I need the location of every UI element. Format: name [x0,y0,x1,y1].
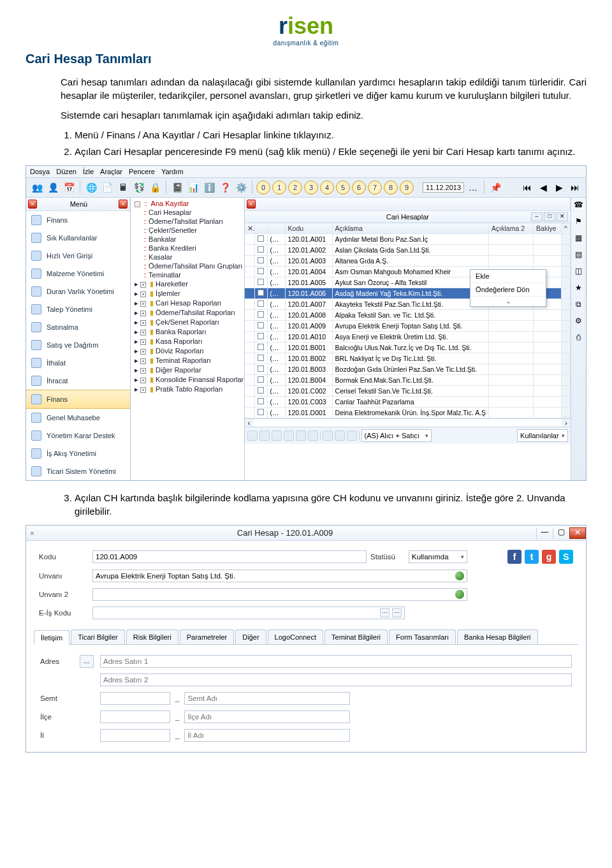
grid-tab-close-icon[interactable]: × [247,200,256,209]
row-checkbox[interactable] [258,279,264,285]
sidebar-item-11[interactable]: Genel Muhasebe [26,409,130,427]
expand-icon[interactable]: + [140,311,146,316]
strip-print-icon[interactable]: ⎙ [574,333,584,343]
tree-leaf[interactable]: ::Kasalar [131,253,244,261]
tab-teminat[interactable]: Teminat Bilgileri [324,629,388,644]
expand-icon[interactable]: + [140,368,146,374]
sidebar-item-7[interactable]: Satış ve Dağıtım [26,336,130,354]
col-aciklama[interactable]: Açıklama [333,223,490,233]
col-kodu[interactable]: Kodu [286,223,333,233]
collapse-icon[interactable]: - [135,202,140,207]
sidebar-item-9[interactable]: İhracat [26,372,130,390]
facebook-icon[interactable]: f [507,550,521,564]
expand-icon[interactable]: + [140,291,146,297]
row-checkbox[interactable] [258,235,264,242]
row-checkbox[interactable] [258,246,264,253]
tb-note-icon[interactable]: 📓 [170,180,184,195]
footer-state-select[interactable]: Kullanılanlar▾ [517,429,568,442]
tree-leaf[interactable]: ::Banka Kredileri [131,244,244,253]
tb-fx-icon[interactable]: 💱 [132,180,146,195]
tb-info-icon[interactable]: ℹ️ [202,180,216,195]
input-ilce-code[interactable] [100,710,170,723]
close-icon[interactable]: ✕ [557,212,568,221]
row-checkbox[interactable] [258,409,264,415]
sidebar-close-icon[interactable]: × [28,200,37,209]
expand-icon[interactable]: + [140,378,146,383]
quick-4[interactable]: 4 [320,180,334,195]
tree-leaf[interactable]: ::Teminatlar [131,270,244,279]
tab-risk[interactable]: Risk Bilgileri [126,629,178,644]
expand-icon[interactable]: + [140,339,146,345]
sidebar-item-14[interactable]: Ticari Sistem Yönetimi [26,462,130,480]
input-unvani2[interactable] [92,588,467,601]
table-row[interactable]: (AS)120.01.A008Alpaka Tekstil San. ve Ti… [245,310,571,321]
hscroll-left-icon[interactable]: ‹ [245,419,254,427]
strip-star-icon[interactable]: ★ [574,283,584,293]
tb-calc-icon[interactable]: 🖩 [116,180,130,195]
menu-tools[interactable]: Araçlar [100,168,122,175]
expand-icon[interactable]: + [140,301,146,307]
tree-folder[interactable]: ▸ + ▮Çek/Senet Raporları [131,318,244,327]
context-ondeğer[interactable]: Öndeğerlere Dön [470,283,546,297]
table-row[interactable]: (AS)120.01.A001Aydınlar Metal Boru Paz.S… [245,234,571,245]
table-row[interactable]: (AS)120.01.C003Canlar Taahhüt Pazarlama [245,397,571,408]
col-close[interactable]: ✕ [245,223,255,233]
ft-excel-icon[interactable] [323,430,333,441]
tab-form[interactable]: Form Tasarımları [389,629,456,644]
sidebar-item-4[interactable]: Duran Varlık Yönetimi [26,283,130,300]
tb-user-icon[interactable]: 👤 [46,180,60,195]
quick-9[interactable]: 9 [400,180,414,195]
ft-filter-icon[interactable] [335,430,345,441]
strip-phone-icon[interactable]: ☎ [574,200,584,210]
quick-7[interactable]: 7 [368,180,382,195]
strip-img-icon[interactable]: ⧉ [574,300,584,310]
sidebar-item-0[interactable]: Finans [26,211,130,229]
tree-leaf[interactable]: ::Ödeme/Tahsilat Planları [131,217,244,226]
table-row[interactable]: (AS)120.01.A003Altanea Gıda A.Ş. [245,256,571,267]
input-semt[interactable] [184,692,350,705]
tb-browser-icon[interactable]: 🌐 [84,180,98,195]
input-il-code[interactable] [100,729,170,742]
adres-lookup-icon[interactable]: … [80,655,94,668]
menu-view[interactable]: İzle [83,168,94,175]
ft-pin-icon[interactable] [308,430,318,441]
sidebar-item-13[interactable]: İş Akış Yönetimi [26,445,130,462]
row-checkbox[interactable] [258,365,264,372]
expand-icon[interactable]: + [140,282,146,288]
menubar[interactable]: Dosya Düzen İzle Araçlar Pencere Yardım [26,166,586,178]
toolbar-date[interactable]: 11.12.2013 [423,182,464,193]
tab-ticari[interactable]: Ticari Bilgiler [71,629,125,644]
table-row[interactable]: (AS)120.01.B001Balcıoğlu Ulus.Nak.Turz.İ… [245,342,571,353]
tree-folder[interactable]: ▸ + ▮Hareketler [131,279,244,289]
table-row[interactable]: (AS)120.01.C002Cerisel Tekstil San.Ve Ti… [245,386,571,397]
row-checkbox[interactable] [258,344,264,350]
input-semt-code[interactable] [100,692,170,705]
sidebar-item-3[interactable]: Malzeme Yönetimi [26,265,130,283]
quick-1[interactable]: 1 [272,180,286,195]
tab-logoconnect[interactable]: LogoConnect [268,629,323,644]
table-row[interactable]: (AS)120.01.A009Avrupa Elektrik Enerji To… [245,321,571,332]
ft-chart-icon[interactable] [347,430,357,441]
tab-parametreler[interactable]: Parametreler [180,629,235,644]
input-il[interactable] [184,729,350,742]
tab-x-icon[interactable]: × [26,529,34,537]
globe2-icon[interactable] [455,590,464,599]
menu-help[interactable]: Yardım [161,168,184,175]
quick-3[interactable]: 3 [304,180,318,195]
context-ekle[interactable]: Ekle [470,270,546,283]
tree-folder[interactable]: ▸ + ▮Konsolide Finansal Raporlar [131,375,244,385]
table-row[interactable]: (AS)120.01.D001Deina Elektromekanik Ürün… [245,408,571,418]
tree-folder[interactable]: ▸ + ▮Teminat Raporları [131,356,244,365]
expand-icon[interactable]: + [140,349,146,355]
footer-filter-select[interactable]: (AS) Alıcı + Satıcı▾ [361,429,432,442]
win-min-icon[interactable]: — [536,527,553,539]
gplus-icon[interactable]: g [542,550,556,564]
nav-prev-icon[interactable]: ◀ [536,180,550,195]
input-kodu[interactable] [92,550,367,563]
nav-next-icon[interactable]: ▶ [552,180,566,195]
row-checkbox[interactable] [258,311,264,318]
row-checkbox[interactable] [258,257,264,263]
row-checkbox[interactable] [258,322,264,328]
tree-folder[interactable]: ▸ + ▮Diğer Raporlar [131,365,244,375]
tree-leaf[interactable]: ::Çekler/Senetler [131,226,244,235]
